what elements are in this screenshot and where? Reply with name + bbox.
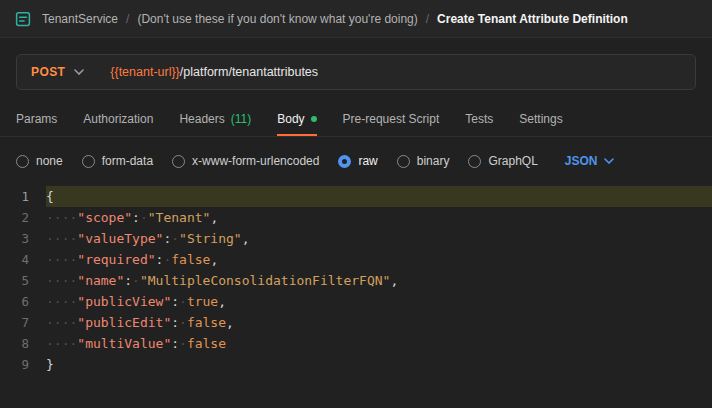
radio-icon — [172, 155, 185, 168]
line-number: 4 — [0, 249, 46, 270]
editor-line[interactable]: 6····"publicView":·true, — [0, 291, 712, 312]
code-line-content: ····"publicView":·true, — [46, 291, 712, 312]
code-line-content: { — [46, 186, 712, 207]
body-mode-label: GraphQL — [488, 154, 537, 168]
chevron-down-icon — [604, 158, 614, 164]
body-mode-raw[interactable]: raw — [338, 154, 377, 168]
tab-tests[interactable]: Tests — [465, 104, 493, 136]
radio-icon — [338, 155, 351, 168]
request-tabs: ParamsAuthorizationHeaders(11)BodyPre-re… — [0, 104, 712, 137]
line-number: 6 — [0, 291, 46, 312]
editor-line[interactable]: 2····"scope":·"Tenant", — [0, 207, 712, 228]
collection-icon — [14, 10, 32, 28]
tab-pre-request-script[interactable]: Pre-request Script — [343, 104, 440, 136]
url-input[interactable]: {{tenant-url}}/platform/tenantattributes — [96, 55, 695, 89]
breadcrumb: TenantService / (Don't use these if you … — [42, 12, 628, 26]
body-mode-label: x-www-form-urlencoded — [192, 154, 319, 168]
editor-line[interactable]: 7····"publicEdit":·false, — [0, 312, 712, 333]
code-editor[interactable]: 1{2····"scope":·"Tenant",3····"valueType… — [0, 186, 712, 375]
code-line-content: ····"required":·false, — [46, 249, 712, 270]
editor-line[interactable]: 5····"name":·"MultipleConsolidationFilte… — [0, 270, 712, 291]
body-mode-label: form-data — [102, 154, 153, 168]
tab-body[interactable]: Body — [277, 104, 316, 136]
tab-count-badge: (11) — [231, 112, 251, 126]
code-line-content: ····"multiValue":·false — [46, 333, 712, 354]
breadcrumb-folder[interactable]: (Don't use these if you don't know what … — [137, 12, 417, 26]
body-mode-row: noneform-datax-www-form-urlencodedrawbin… — [0, 146, 712, 176]
line-number: 8 — [0, 333, 46, 354]
body-mode-label: binary — [417, 154, 450, 168]
tab-label: Pre-request Script — [343, 112, 440, 126]
radio-icon — [468, 155, 481, 168]
breadcrumb-separator: / — [126, 12, 129, 26]
body-mode-label: none — [36, 154, 63, 168]
editor-line[interactable]: 9} — [0, 354, 712, 375]
radio-icon — [397, 155, 410, 168]
tab-label: Settings — [519, 112, 562, 126]
line-number: 7 — [0, 312, 46, 333]
request-url-row: POST {{tenant-url}}/platform/tenantattri… — [16, 54, 696, 90]
line-number: 9 — [0, 354, 46, 375]
code-line-content: ····"valueType":·"String", — [46, 228, 712, 249]
chevron-down-icon — [74, 69, 84, 75]
url-path: /platform/tenantattributes — [180, 65, 318, 79]
editor-line[interactable]: 8····"multiValue":·false — [0, 333, 712, 354]
tab-authorization[interactable]: Authorization — [83, 104, 153, 136]
code-line-content: ····"scope":·"Tenant", — [46, 207, 712, 228]
code-line-content: } — [46, 354, 712, 375]
body-mode-label: raw — [358, 154, 377, 168]
language-dropdown[interactable]: JSON — [565, 154, 614, 168]
code-line-content: ····"publicEdit":·false, — [46, 312, 712, 333]
radio-icon — [82, 155, 95, 168]
tab-settings[interactable]: Settings — [519, 104, 562, 136]
url-container: POST {{tenant-url}}/platform/tenantattri… — [16, 54, 696, 90]
breadcrumb-separator: / — [426, 12, 429, 26]
tab-label: Body — [277, 112, 304, 126]
tab-params[interactable]: Params — [16, 104, 57, 136]
body-mode-x-www-form-urlencoded[interactable]: x-www-form-urlencoded — [172, 154, 319, 168]
body-mode-binary[interactable]: binary — [397, 154, 450, 168]
body-mode-form-data[interactable]: form-data — [82, 154, 153, 168]
breadcrumb-request: Create Tenant Attribute Definition — [437, 12, 628, 26]
breadcrumb-service[interactable]: TenantService — [42, 12, 118, 26]
body-mode-none[interactable]: none — [16, 154, 63, 168]
url-template-variable: {{tenant-url}} — [110, 65, 180, 79]
tab-label: Authorization — [83, 112, 153, 126]
language-label: JSON — [565, 154, 598, 168]
radio-icon — [16, 155, 29, 168]
body-mode-graphql[interactable]: GraphQL — [468, 154, 537, 168]
tab-headers[interactable]: Headers(11) — [179, 104, 251, 136]
editor-line[interactable]: 1{ — [0, 186, 712, 207]
method-dropdown[interactable]: POST — [17, 55, 96, 89]
line-number: 1 — [0, 186, 46, 207]
unsaved-changes-dot-icon — [311, 116, 317, 122]
code-line-content: ····"name":·"MultipleConsolidationFilter… — [46, 270, 712, 291]
editor-line[interactable]: 3····"valueType":·"String", — [0, 228, 712, 249]
tab-label: Tests — [465, 112, 493, 126]
method-label: POST — [31, 65, 65, 79]
line-number: 5 — [0, 270, 46, 291]
line-number: 3 — [0, 228, 46, 249]
line-number: 2 — [0, 207, 46, 228]
tab-label: Params — [16, 112, 57, 126]
editor-line[interactable]: 4····"required":·false, — [0, 249, 712, 270]
tab-label: Headers — [179, 112, 224, 126]
breadcrumb-bar: TenantService / (Don't use these if you … — [0, 0, 712, 38]
